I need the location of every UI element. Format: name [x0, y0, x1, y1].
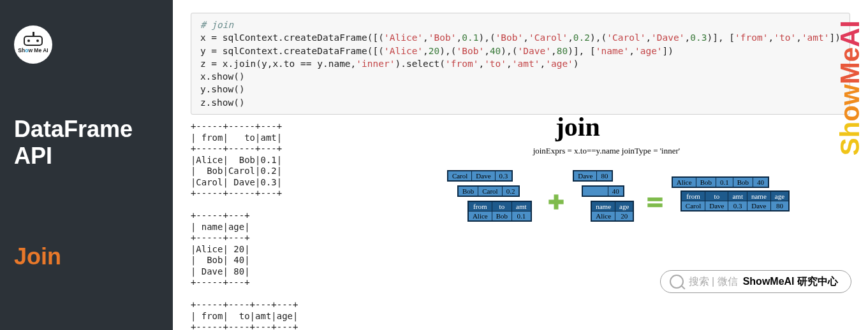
search-bar[interactable]: 搜索 | 微信 ShowMeAI 研究中心: [660, 270, 851, 293]
search-icon: [670, 275, 684, 289]
logo-text: Show Me AI: [18, 47, 48, 54]
svg-rect-1: [549, 200, 564, 204]
logo: Show Me AI: [14, 25, 52, 64]
page-subtitle: Join: [14, 243, 173, 270]
main-content: # join x = sqlContext.createDataFrame([(…: [173, 0, 868, 330]
sidebar: Show Me AI DataFrame API Join http://www…: [0, 0, 173, 330]
page-title: DataFrame API: [14, 116, 173, 169]
diagram-sub: joinExprs = x.to==y.name joinType = 'inn…: [422, 146, 791, 156]
svg-rect-2: [647, 197, 662, 201]
code-block: # join x = sqlContext.createDataFrame([(…: [191, 13, 850, 115]
brand-vertical: ShowMeAI: [835, 20, 865, 155]
search-hint-2: ShowMeAI 研究中心: [743, 275, 838, 289]
stack-y: Dave80 40 nameageAlice20: [573, 170, 638, 234]
diagram-stage: CarolDave0.3 BobCarol0.2 fromtoamtAliceB…: [447, 170, 791, 234]
search-hint-1: 搜索 | 微信: [689, 275, 738, 289]
stack-x: CarolDave0.3 BobCarol0.2 fromtoamtAliceB…: [447, 170, 540, 234]
diagram-heading: join: [364, 111, 791, 142]
join-diagram: join joinExprs = x.to==y.name joinType =…: [447, 111, 791, 234]
equals-icon: [646, 192, 664, 212]
plus-icon: [547, 192, 565, 212]
stack-z: AliceBob0.1Bob40 fromtoamtnameageCarolDa…: [672, 176, 791, 227]
bot-icon: [24, 36, 43, 46]
svg-rect-3: [647, 203, 662, 207]
